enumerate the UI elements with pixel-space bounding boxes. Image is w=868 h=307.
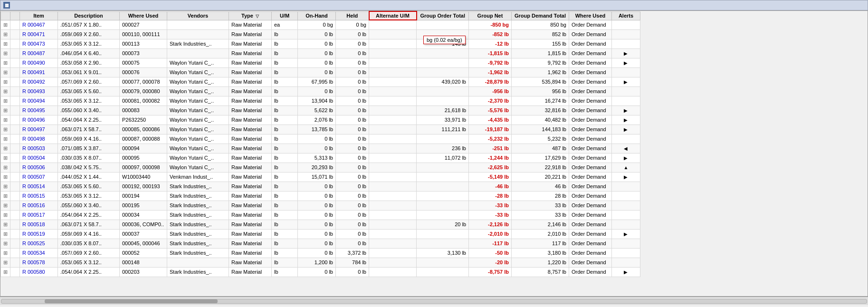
col-held[interactable]: Held	[336, 11, 369, 20]
row-expand-toggle[interactable]: ⊞	[1, 106, 10, 115]
row-expand-toggle[interactable]: ⊞	[1, 115, 10, 125]
row-expand-toggle[interactable]: ⊞	[1, 144, 10, 153]
item-id[interactable]: R 000578	[20, 258, 58, 267]
col-group-order-total[interactable]: Group Order Total	[417, 11, 469, 20]
row-expand-toggle[interactable]: ⊞	[1, 29, 10, 39]
item-id[interactable]: R 000493	[20, 86, 58, 96]
col-uom[interactable]: U/M	[272, 11, 298, 20]
row-expand-toggle[interactable]: ⊞	[1, 134, 10, 144]
item-id[interactable]: R 000494	[20, 96, 58, 106]
item-id[interactable]: R 000519	[20, 229, 58, 239]
row-expand-toggle[interactable]: ⊞	[1, 163, 10, 172]
row-expand-toggle[interactable]: ⊞	[1, 258, 10, 267]
table-row[interactable]: ⊞R 000519.059/.069 X 4.16..000037Stark I…	[1, 229, 640, 239]
item-id[interactable]: R 000516	[20, 201, 58, 210]
table-row[interactable]: ⊞R 000515.053/.065 X 3.12..000194Stark I…	[1, 191, 640, 201]
table-row[interactable]: ⊞R 000493.053/.065 X 5.60..000079, 00008…	[1, 86, 640, 96]
table-row[interactable]: ⊞R 000491.053/.061 X 9.01..000076Waylon …	[1, 67, 640, 77]
col-on-hand[interactable]: On-Hand	[298, 11, 336, 20]
item-id[interactable]: R 000498	[20, 134, 58, 144]
row-expand-toggle[interactable]: ⊞	[1, 191, 10, 201]
item-id[interactable]: R 000491	[20, 67, 58, 77]
table-row[interactable]: ⊞R 000496.054/.064 X 2.25..P2632250Waylo…	[1, 115, 640, 125]
item-id[interactable]: R 000473	[20, 39, 58, 48]
row-expand-toggle[interactable]: ⊞	[1, 267, 10, 277]
col-alerts[interactable]: Alerts	[611, 11, 640, 20]
table-row[interactable]: ⊞R 000498.059/.069 X 4.16..000087, 00008…	[1, 134, 640, 144]
row-expand-toggle[interactable]: ⊞	[1, 58, 10, 67]
row-expand-toggle[interactable]: ⊞	[1, 182, 10, 191]
scrollbar-thumb[interactable]	[45, 299, 218, 303]
col-item[interactable]: Item	[20, 11, 58, 20]
row-expand-toggle[interactable]: ⊞	[1, 77, 10, 86]
table-row[interactable]: ⊞R 000525.030/.035 X 8.07..000045, 00004…	[1, 239, 640, 248]
table-row[interactable]: ⊞R 000507.044/.052 X 1.44..W10003440Venk…	[1, 172, 640, 182]
item-id[interactable]: R 000487	[20, 48, 58, 58]
item-id[interactable]: R 000534	[20, 248, 58, 258]
item-id[interactable]: R 000490	[20, 58, 58, 67]
row-expand-toggle[interactable]: ⊞	[1, 96, 10, 106]
row-expand-toggle[interactable]: ⊞	[1, 86, 10, 96]
col-description[interactable]: Description	[58, 11, 120, 20]
table-row[interactable]: ⊞R 000504.030/.035 X 8.07..000095Waylon …	[1, 153, 640, 163]
table-row[interactable]: ⊞R 000492.057/.069 X 2.60..000077, 00007…	[1, 77, 640, 86]
table-row[interactable]: ⊞R 000467.051/.057 X 1.80..000027Raw Mat…	[1, 20, 640, 29]
table-row[interactable]: ⊞R 000578.053/.065 X 3.12..000148Raw Mat…	[1, 258, 640, 267]
table-row[interactable]: ⊞R 000518.063/.071 X 58.7..000036, COMP0…	[1, 220, 640, 229]
col-type[interactable]: Type ▽	[229, 11, 272, 20]
row-expand-toggle[interactable]: ⊞	[1, 48, 10, 58]
table-row[interactable]: ⊞R 000490.053/.058 X 2.90..000075Waylon …	[1, 58, 640, 67]
item-id[interactable]: R 000580	[20, 267, 58, 277]
item-id[interactable]: R 000492	[20, 77, 58, 86]
table-row[interactable]: ⊞R 000487.046/.054 X 6.40..000073Raw Mat…	[1, 48, 640, 58]
row-expand-toggle[interactable]: ⊞	[1, 39, 10, 48]
item-id[interactable]: R 000496	[20, 115, 58, 125]
row-expand-toggle[interactable]: ⊞	[1, 125, 10, 134]
horizontal-scrollbar[interactable]	[0, 297, 868, 305]
scrollbar-track[interactable]	[1, 299, 867, 304]
item-id[interactable]: R 000515	[20, 191, 58, 201]
col-vendors[interactable]: Vendors	[167, 11, 229, 20]
row-expand-toggle[interactable]: ⊞	[1, 172, 10, 182]
table-row[interactable]: ⊞R 000495.055/.060 X 3.40..000083Waylon …	[1, 106, 640, 115]
table-row[interactable]: ⊞R 000580.054/.064 X 2.25..000203Stark I…	[1, 267, 640, 277]
col-where-used2[interactable]: Where Used	[569, 11, 611, 20]
row-expand-toggle[interactable]: ⊞	[1, 220, 10, 229]
row-expand-toggle[interactable]: ⊞	[1, 239, 10, 248]
item-id[interactable]: R 000471	[20, 29, 58, 39]
table-row[interactable]: ⊞R 000517.054/.064 X 2.25..000034Stark I…	[1, 210, 640, 220]
item-id[interactable]: R 000497	[20, 125, 58, 134]
item-id[interactable]: R 000525	[20, 239, 58, 248]
table-row[interactable]: ⊞R 000514.053/.065 X 5.60..000192, 00019…	[1, 182, 640, 191]
table-row[interactable]: ⊞R 000497.063/.071 X 58.7..000085, 00008…	[1, 125, 640, 134]
col-where-used[interactable]: Where Used	[120, 11, 167, 20]
item-id[interactable]: R 000504	[20, 153, 58, 163]
table-row[interactable]: ⊞R 000506.038/.042 X 5.75..000097, 00009…	[1, 163, 640, 172]
item-id[interactable]: R 000467	[20, 20, 58, 29]
col-alt-uom[interactable]: Alternate U/M	[369, 11, 417, 20]
col-group-net[interactable]: Group Net	[469, 11, 512, 20]
row-expand-toggle[interactable]: ⊞	[1, 67, 10, 77]
table-row[interactable]: ⊞R 000516.055/.060 X 3.40..000195Stark I…	[1, 201, 640, 210]
row-expand-toggle[interactable]: ⊞	[1, 201, 10, 210]
row-expand-toggle[interactable]: ⊞	[1, 153, 10, 163]
data-grid[interactable]: Item Description Where Used Vendors Type…	[0, 10, 868, 297]
table-row[interactable]: ⊞R 000473.053/.065 X 3.12..000113Stark I…	[1, 39, 640, 48]
table-row[interactable]: ⊞R 000494.053/.065 X 3.12..000081, 00008…	[1, 96, 640, 106]
table-row[interactable]: ⊞R 000471.059/.069 X 2.60..000110, 00011…	[1, 29, 640, 39]
item-id[interactable]: R 000507	[20, 172, 58, 182]
row-expand-toggle[interactable]: ⊞	[1, 248, 10, 258]
item-id[interactable]: R 000517	[20, 210, 58, 220]
col-group-demand-total[interactable]: Group Demand Total	[512, 11, 569, 20]
filter-icon[interactable]: ▽	[256, 14, 259, 19]
row-expand-toggle[interactable]: ⊞	[1, 229, 10, 239]
table-row[interactable]: ⊞R 000503.071/.085 X 3.87..000094Waylon …	[1, 144, 640, 153]
item-id[interactable]: R 000514	[20, 182, 58, 191]
item-id[interactable]: R 000503	[20, 144, 58, 153]
item-id[interactable]: R 000495	[20, 106, 58, 115]
item-id[interactable]: R 000518	[20, 220, 58, 229]
item-id[interactable]: R 000506	[20, 163, 58, 172]
row-expand-toggle[interactable]: ⊞	[1, 20, 10, 29]
table-row[interactable]: ⊞R 000534.057/.069 X 2.60..000052Stark I…	[1, 248, 640, 258]
row-expand-toggle[interactable]: ⊞	[1, 210, 10, 220]
